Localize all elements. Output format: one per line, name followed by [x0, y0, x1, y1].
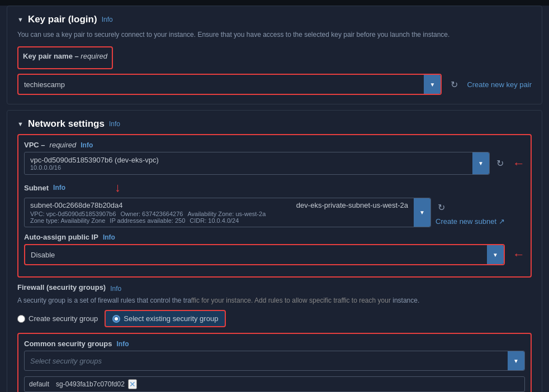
subnet-main-row: subnet-00c2668de78b20da4 dev-eks-private… — [30, 201, 408, 209]
select-existing-sg-option[interactable]: Select existing security group — [105, 310, 226, 327]
key-pair-selected-value: techiescamp — [18, 75, 424, 94]
subnet-info-link[interactable]: Info — [53, 184, 65, 192]
sg-tag-default: default sg-0493fa1b7c070fd02 ✕ — [24, 376, 525, 392]
vpc-dropdown-arrow[interactable]: ▼ — [472, 152, 489, 174]
create-sg-radio-input[interactable] — [17, 315, 25, 323]
firewall-label-row: Firewall (security groups) Info — [17, 283, 532, 294]
subnet-field-group: Subnet Info ↓ subnet-00c2668de78b20da4 d… — [24, 180, 525, 227]
auto-assign-info-link[interactable]: Info — [103, 233, 115, 241]
subnet-name-text: dev-eks-private-subnet-us-west-2a — [296, 201, 408, 209]
vpc-select[interactable]: vpc-0d5090d51853907b6 (dev-eks-vpc) 10.0… — [24, 152, 490, 175]
vpc-field-group: VPC – required Info vpc-0d5090d51853907b… — [24, 141, 525, 175]
select-existing-label: Select existing security group — [124, 314, 218, 323]
create-sg-radio[interactable]: Create security group — [17, 314, 98, 323]
vpc-value-text: vpc-0d5090d51853907b6 (dev-eks-vpc) — [30, 156, 159, 164]
vpc-selected-value: vpc-0d5090d51853907b6 (dev-eks-vpc) 10.0… — [25, 152, 472, 174]
network-title-row: ▼ Network settings Info — [17, 118, 532, 130]
network-triangle-icon: ▼ — [17, 121, 23, 127]
firewall-description: A security group is a set of firewall ru… — [17, 297, 532, 304]
common-sg-info-link[interactable]: Info — [116, 340, 129, 348]
key-pair-description: You can use a key pair to securely conne… — [17, 30, 532, 40]
vpc-label: VPC – required Info — [24, 141, 525, 149]
auto-assign-value: Disable — [25, 245, 487, 264]
subnet-vpc-text: VPC: vpc-0d5090d51853907b6 — [30, 211, 116, 217]
security-groups-block: Common security groups Info Select secur… — [17, 333, 532, 392]
network-heading: Network settings — [28, 118, 105, 130]
sg-placeholder-text: Select security groups — [30, 357, 102, 365]
create-sg-label: Create security group — [29, 314, 98, 323]
subnet-select[interactable]: subnet-00c2668de78b20da4 dev-eks-private… — [24, 198, 431, 227]
key-pair-heading: Key pair (login) — [28, 14, 97, 25]
firewall-info-link[interactable]: Info — [110, 285, 121, 293]
vpc-field-row: vpc-0d5090d51853907b6 (dev-eks-vpc) 10.0… — [24, 152, 525, 175]
subnet-zone-text: Zone type: Availability Zone — [30, 217, 105, 224]
subnet-annotation-arrow-down: ↓ — [115, 180, 121, 195]
subnet-label-row: Subnet Info ↓ — [24, 180, 525, 195]
key-pair-info-link[interactable]: Info — [102, 16, 113, 23]
subnet-cidr-text: CIDR: 10.0.4.0/24 — [190, 217, 239, 224]
sg-placeholder-content: Select security groups — [25, 351, 508, 370]
common-sg-label: Common security groups — [24, 340, 112, 348]
radio-blue-dot — [112, 315, 120, 323]
triangle-icon: ▼ — [17, 16, 23, 23]
subnet-ip-text: IP addresses available: 250 — [110, 217, 185, 224]
subnet-outer-row: subnet-00c2668de78b20da4 dev-eks-private… — [24, 198, 525, 227]
key-pair-field-label: Key pair name – required — [23, 52, 107, 60]
subnet-refresh-button[interactable]: ↻ — [436, 200, 447, 215]
firewall-radio-group: Create security group Select existing se… — [17, 310, 532, 327]
key-pair-select-wrapper[interactable]: techiescamp ▼ — [17, 74, 442, 95]
firewall-field-group: Firewall (security groups) Info A securi… — [17, 283, 532, 327]
sg-select[interactable]: Select security groups ▼ — [24, 351, 525, 371]
subnet-details-row: VPC: vpc-0d5090d51853907b6 Owner: 637423… — [30, 211, 266, 217]
subnet-action-col: ↻ Create new subnet ↗ — [436, 198, 525, 227]
network-section: ▼ Network settings Info VPC – required I… — [7, 110, 542, 392]
sg-dropdown-arrow[interactable]: ▼ — [508, 351, 524, 370]
vpc-block: VPC – required Info vpc-0d5090d51853907b… — [17, 134, 532, 278]
sg-tag-close-button[interactable]: ✕ — [128, 379, 137, 389]
key-pair-input-row: techiescamp ▼ ↻ Create new key pair — [17, 74, 532, 95]
subnet-id-text: subnet-00c2668de78b20da4 — [30, 201, 123, 209]
create-subnet-link[interactable]: Create new subnet ↗ — [436, 217, 505, 226]
auto-assign-dropdown-arrow[interactable]: ▼ — [487, 245, 504, 264]
auto-assign-row: Disable ▼ ← — [24, 244, 525, 265]
key-pair-section: ▼ Key pair (login) Info You can use a ke… — [7, 6, 542, 104]
subnet-content: subnet-00c2668de78b20da4 dev-eks-private… — [25, 198, 414, 227]
auto-assign-select[interactable]: Disable ▼ — [24, 244, 505, 265]
vpc-annotation-arrow: ← — [513, 156, 525, 171]
key-pair-refresh-button[interactable]: ↻ — [448, 77, 460, 92]
key-pair-name-wrapper: Key pair name – required — [17, 46, 113, 69]
sg-tag-id: sg-0493fa1b7c070fd02 — [56, 380, 125, 388]
network-info-link[interactable]: Info — [109, 120, 120, 128]
create-key-pair-link[interactable]: Create new key pair — [467, 80, 532, 89]
vpc-info-link[interactable]: Info — [81, 141, 93, 149]
subnet-dropdown-arrow[interactable]: ▼ — [414, 198, 430, 227]
vpc-refresh-button[interactable]: ↻ — [494, 156, 506, 171]
subnet-details-row2: Zone type: Availability Zone IP addresse… — [30, 217, 239, 224]
subnet-owner-text: Owner: 637423664276 — [121, 211, 183, 217]
auto-assign-label-row: Auto-assign public IP Info — [24, 233, 525, 241]
common-sg-label-row: Common security groups Info — [24, 340, 525, 348]
auto-assign-field-group: Auto-assign public IP Info Disable ▼ ← — [24, 233, 525, 265]
vpc-cidr-text: 10.0.0.0/16 — [30, 164, 159, 171]
firewall-label: Firewall (security groups) — [17, 283, 106, 291]
sg-tags-container: default sg-0493fa1b7c070fd02 ✕ VPC: vpc-… — [24, 373, 525, 392]
subnet-main-block: subnet-00c2668de78b20da4 dev-eks-private… — [24, 198, 431, 227]
sg-tag-name: default — [29, 380, 49, 388]
key-pair-dropdown-arrow[interactable]: ▼ — [424, 75, 441, 94]
key-pair-title-row: ▼ Key pair (login) Info — [17, 14, 532, 25]
subnet-az-text: Availability Zone: us-west-2a — [187, 211, 266, 217]
auto-assign-annotation-arrow: ← — [513, 247, 525, 262]
